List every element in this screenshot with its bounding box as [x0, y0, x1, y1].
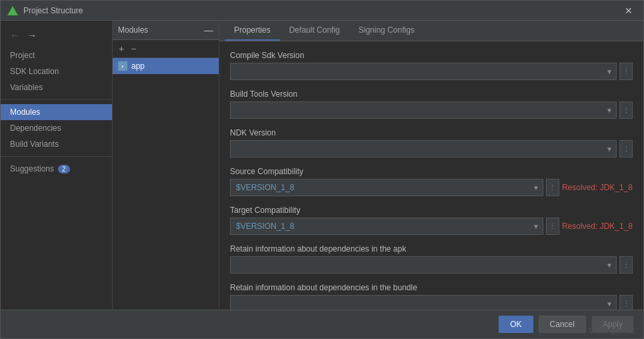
- retain-deps-apk-select[interactable]: [230, 256, 617, 274]
- ndk-version-hint-button[interactable]: ⋮: [619, 140, 633, 157]
- sidebar-item-dependencies[interactable]: Dependencies: [1, 120, 112, 136]
- android-studio-icon: [7, 6, 18, 15]
- target-compat-select[interactable]: $VERSION_1_8: [230, 218, 543, 235]
- retain-deps-apk-hint-button[interactable]: ⋮: [619, 256, 633, 274]
- sidebar-item-build-variants[interactable]: Build Variants: [1, 136, 112, 152]
- retain-deps-bundle-row: ▼ ⋮: [230, 295, 633, 310]
- retain-deps-apk-row: ▼ ⋮: [230, 256, 633, 274]
- sidebar-item-variables[interactable]: Variables: [1, 79, 112, 95]
- back-button[interactable]: ←: [7, 29, 22, 42]
- sidebar-divider-2: [1, 156, 112, 157]
- ndk-version-label: NDK Version: [230, 128, 633, 137]
- build-tools-label: Build Tools Version: [230, 89, 633, 99]
- source-compat-select[interactable]: $VERSION_1_8: [230, 179, 543, 196]
- sidebar-item-project[interactable]: Project: [1, 47, 112, 63]
- source-compat-select-wrapper: $VERSION_1_8 ▼: [230, 179, 543, 196]
- source-compat-resolved: Resolved: JDK_1_8: [562, 183, 633, 192]
- tab-signing-configs[interactable]: Signing Configs: [349, 21, 424, 41]
- retain-deps-bundle-label: Retain information about dependencies in…: [230, 283, 633, 292]
- ndk-version-row: ▼ ⋮: [230, 140, 633, 157]
- sidebar-item-label-dependencies: Dependencies: [10, 123, 61, 133]
- build-tools-select-wrapper: ▼: [230, 101, 617, 119]
- sidebar: ← → Project SDK Location Variables Modul…: [1, 21, 113, 310]
- right-panel: Properties Default Config Signing Config…: [219, 21, 643, 310]
- source-compat-hint-button[interactable]: ⋮: [546, 179, 559, 196]
- compile-sdk-label: Compile Sdk Version: [230, 51, 633, 60]
- target-compat-select-wrapper: $VERSION_1_8 ▼: [230, 218, 543, 235]
- add-module-button[interactable]: +: [117, 43, 126, 55]
- modules-panel-title: Modules: [118, 25, 148, 35]
- modules-header: Modules —: [113, 21, 219, 40]
- sidebar-item-label-project: Project: [10, 51, 35, 60]
- ok-button[interactable]: OK: [499, 316, 533, 333]
- project-structure-dialog: Project Structure ✕ ← → Project SDK Loca…: [0, 0, 644, 339]
- sidebar-item-label-modules: Modules: [10, 107, 40, 117]
- modules-toolbar: + −: [113, 40, 219, 58]
- suggestions-badge: 2: [58, 165, 70, 174]
- panel-tabs: Properties Default Config Signing Config…: [219, 21, 643, 41]
- tab-properties[interactable]: Properties: [225, 21, 280, 41]
- compile-sdk-hint-button[interactable]: ⋮: [619, 63, 633, 80]
- retain-deps-apk-select-wrapper: ▼: [230, 256, 617, 274]
- ndk-version-select[interactable]: [230, 140, 617, 157]
- build-tools-select[interactable]: [230, 101, 617, 119]
- field-retain-deps-apk: Retain information about dependencies in…: [230, 244, 633, 274]
- dialog-footer: OK Cancel Apply CSDN @好马亡: [1, 310, 643, 338]
- forward-button[interactable]: →: [25, 29, 39, 42]
- modules-collapse-button[interactable]: —: [204, 25, 213, 35]
- field-source-compatibility: Source Compatibility $VERSION_1_8 ▼ ⋮ Re…: [230, 167, 633, 196]
- compile-sdk-select-wrapper: ▼: [230, 63, 617, 80]
- retain-deps-bundle-select[interactable]: [230, 295, 617, 310]
- title-bar: Project Structure ✕: [1, 1, 643, 21]
- field-retain-deps-bundle: Retain information about dependencies in…: [230, 283, 633, 310]
- compile-sdk-select[interactable]: [230, 63, 617, 80]
- sidebar-divider: [1, 99, 112, 100]
- source-compat-label: Source Compatibility: [230, 167, 633, 176]
- watermark-text: CSDN @好马亡: [589, 326, 637, 336]
- remove-module-button[interactable]: −: [129, 43, 138, 55]
- target-compat-label: Target Compatibility: [230, 206, 633, 215]
- build-tools-row: ▼ ⋮: [230, 101, 633, 119]
- suggestions-label: Suggestions: [10, 164, 54, 174]
- sidebar-item-suggestions[interactable]: Suggestions 2: [1, 161, 112, 177]
- sidebar-item-sdk-location[interactable]: SDK Location: [1, 63, 112, 79]
- compile-sdk-row: ▼ ⋮: [230, 63, 633, 80]
- retain-deps-apk-label: Retain information about dependencies in…: [230, 244, 633, 254]
- target-compat-resolved: Resolved: JDK_1_8: [562, 222, 633, 231]
- source-compat-row: $VERSION_1_8 ▼ ⋮ Resolved: JDK_1_8: [230, 179, 633, 196]
- field-build-tools-version: Build Tools Version ▼ ⋮: [230, 89, 633, 119]
- sidebar-item-label-build-variants: Build Variants: [10, 139, 59, 149]
- field-ndk-version: NDK Version ▼ ⋮: [230, 128, 633, 157]
- center-content: Modules — + − ▪ app Properties Default C…: [113, 21, 643, 310]
- nav-arrows: ← →: [1, 26, 112, 47]
- module-item-app[interactable]: ▪ app: [113, 58, 219, 74]
- retain-deps-bundle-select-wrapper: ▼: [230, 295, 617, 310]
- build-tools-hint-button[interactable]: ⋮: [619, 101, 633, 119]
- dialog-content: ← → Project SDK Location Variables Modul…: [1, 21, 643, 310]
- dialog-title: Project Structure: [23, 6, 621, 15]
- cancel-button[interactable]: Cancel: [539, 316, 586, 333]
- field-compile-sdk-version: Compile Sdk Version ▼ ⋮: [230, 51, 633, 80]
- sidebar-item-label-variables: Variables: [10, 83, 43, 92]
- modules-panel: Modules — + − ▪ app: [113, 21, 219, 310]
- module-icon-app: ▪: [118, 61, 127, 71]
- sidebar-item-modules[interactable]: Modules: [1, 104, 112, 120]
- close-button[interactable]: ✕: [621, 4, 637, 17]
- target-compat-hint-button[interactable]: ⋮: [546, 218, 559, 235]
- sidebar-item-label-sdk: SDK Location: [10, 67, 59, 76]
- module-name-app: app: [131, 61, 145, 71]
- ndk-version-select-wrapper: ▼: [230, 140, 617, 157]
- retain-deps-bundle-hint-button[interactable]: ⋮: [619, 295, 633, 310]
- target-compat-row: $VERSION_1_8 ▼ ⋮ Resolved: JDK_1_8: [230, 218, 633, 235]
- field-target-compatibility: Target Compatibility $VERSION_1_8 ▼ ⋮ Re…: [230, 206, 633, 235]
- properties-content: Compile Sdk Version ▼ ⋮ Build Tools Vers…: [219, 41, 643, 310]
- tab-default-config[interactable]: Default Config: [280, 21, 349, 41]
- app-icon: [7, 5, 18, 16]
